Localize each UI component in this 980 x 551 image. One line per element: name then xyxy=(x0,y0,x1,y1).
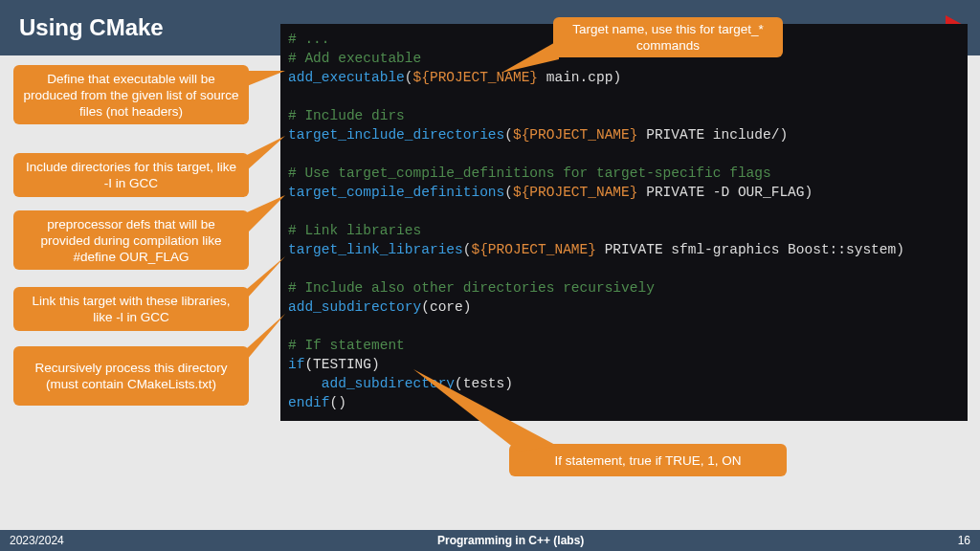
callout-target-name: Target name, use this for target_* comma… xyxy=(553,17,783,57)
code-comment: # Use target_compile_definitions for tar… xyxy=(288,165,771,181)
code-fn: target_compile_definitions xyxy=(288,185,504,200)
code-comment: # ... xyxy=(288,32,330,47)
callout-preproc-defs: preprocessor defs that will be provided … xyxy=(13,210,249,270)
callout-text: Include directories for this target, lik… xyxy=(23,159,239,191)
code-arg: (TESTING) xyxy=(304,357,379,372)
callout-pointer xyxy=(247,136,285,170)
callout-text: Define that executable will be produced … xyxy=(23,71,239,120)
svg-marker-5 xyxy=(247,256,285,298)
svg-marker-2 xyxy=(247,71,285,86)
code-panel: # ... # Add executable add_executable(${… xyxy=(280,24,968,421)
svg-marker-3 xyxy=(247,136,285,170)
code-comment: # Add executable xyxy=(288,51,421,66)
callout-pointer xyxy=(247,195,285,233)
footer: 2023/2024 Programming in C++ (labs) 16 xyxy=(0,530,980,551)
footer-year: 2023/2024 xyxy=(10,534,64,547)
code-var: ${PROJECT_NAME} xyxy=(513,127,638,143)
callout-recurse-dir: Recursively process this directory (must… xyxy=(13,346,249,406)
code-indent xyxy=(288,376,322,391)
callout-link-libs: Link this target with these libraries, l… xyxy=(13,287,249,331)
code-fn: add_subdirectory xyxy=(288,299,421,315)
page-title: Using CMake xyxy=(19,14,164,41)
code-comment: # If statement xyxy=(288,338,405,353)
footer-course: Programming in C++ (labs) xyxy=(437,534,584,547)
code-arg: (core) xyxy=(421,299,471,315)
callout-text: Recursively process this directory (must… xyxy=(23,360,239,392)
callout-include-dirs: Include directories for this target, lik… xyxy=(13,153,249,197)
code-arg: () xyxy=(330,395,346,410)
code-fn: if xyxy=(288,357,304,372)
callout-pointer xyxy=(247,65,285,90)
svg-marker-1 xyxy=(501,40,559,73)
footer-page: 16 xyxy=(958,534,970,547)
code-comment: # Include also other directories recursi… xyxy=(288,280,655,296)
callout-pointer xyxy=(413,369,557,452)
code-var: ${PROJECT_NAME} xyxy=(513,185,638,200)
code-arg: PRIVATE sfml-graphics Boost::system) xyxy=(596,242,904,257)
callout-define-exe: Define that executable will be produced … xyxy=(13,65,249,124)
callout-text: If statement, true if TRUE, 1, ON xyxy=(555,452,742,469)
callout-pointer xyxy=(247,314,285,360)
callout-text: Link this target with these libraries, l… xyxy=(23,293,239,325)
svg-marker-6 xyxy=(247,314,285,360)
callout-text: Target name, use this for target_* comma… xyxy=(563,21,773,54)
callout-pointer xyxy=(501,40,559,73)
code-fn: target_link_libraries xyxy=(288,242,463,257)
code-fn: endif xyxy=(288,395,330,410)
code-comment: # Link libraries xyxy=(288,223,421,238)
code-fn: target_include_directories xyxy=(288,127,504,143)
code-arg: PRIVATE -D OUR_FLAG) xyxy=(637,185,813,200)
code-fn: add_executable xyxy=(288,70,405,85)
svg-marker-7 xyxy=(413,369,557,452)
code-var: ${PROJECT_NAME} xyxy=(471,242,596,257)
code-comment: # Include dirs xyxy=(288,108,405,123)
callout-text: preprocessor defs that will be provided … xyxy=(23,216,239,265)
code-arg: PRIVATE include/) xyxy=(637,127,788,143)
svg-marker-4 xyxy=(247,195,285,233)
callout-pointer xyxy=(247,256,285,298)
